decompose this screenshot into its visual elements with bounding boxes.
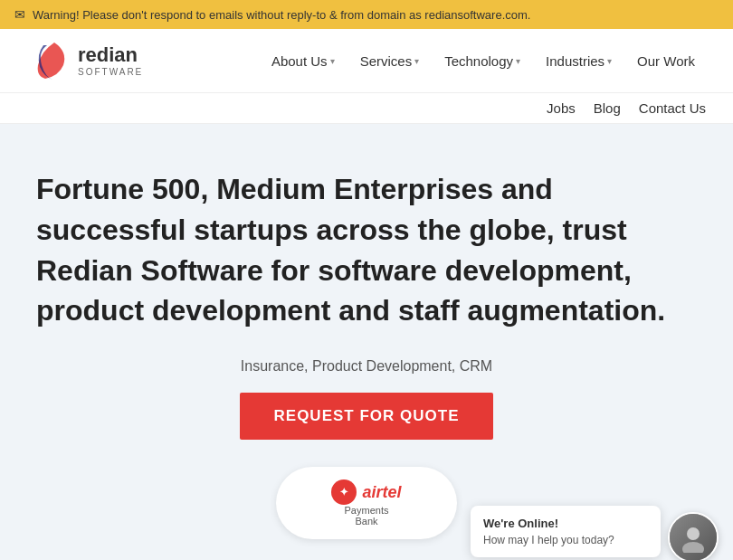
nav-services-label: Services <box>360 53 413 69</box>
chat-widget[interactable]: We're Online! How may I help you today? <box>471 506 661 557</box>
nav-services[interactable]: Services ▾ <box>349 46 431 76</box>
chevron-down-icon: ▾ <box>607 56 612 66</box>
nav-technology-label: Technology <box>444 53 513 69</box>
main-nav: About Us ▾ Services ▾ Technology ▾ Indus… <box>261 46 706 76</box>
svg-point-0 <box>687 527 700 540</box>
nav-about-us[interactable]: About Us ▾ <box>261 46 346 76</box>
nav-about-us-label: About Us <box>271 53 328 69</box>
chevron-down-icon: ▾ <box>414 56 419 66</box>
nav-our-work-label: Our Work <box>637 53 695 69</box>
nav-our-work[interactable]: Our Work <box>626 46 706 76</box>
nav-contact-us[interactable]: Contact Us <box>639 100 706 116</box>
client-card-airtel: ✦ airtel PaymentsBank <box>276 467 457 539</box>
chevron-down-icon: ▾ <box>516 56 520 66</box>
chat-online-status: We're Online! <box>483 517 648 530</box>
hero-heading: Fortune 500, Medium Enterprises and succ… <box>36 169 670 331</box>
envelope-icon: ✉ <box>14 7 25 22</box>
logo-text: redian SOFTWARE <box>78 44 143 76</box>
chevron-down-icon: ▾ <box>330 56 335 66</box>
request-for-quote-button[interactable]: REQUEST FOR QUOTE <box>240 393 493 440</box>
warning-bar: ✉ Warning! Please don't respond to email… <box>0 0 733 29</box>
logo[interactable]: redian SOFTWARE <box>27 38 143 83</box>
chat-message: How may I help you today? <box>483 534 648 546</box>
hero-subtext: Insurance, Product Development, CRM <box>36 358 697 375</box>
airtel-name: airtel <box>362 483 401 502</box>
hero-section: Fortune 500, Medium Enterprises and succ… <box>0 124 733 560</box>
chat-avatar[interactable] <box>668 512 719 560</box>
nav-industries-label: Industries <box>546 53 604 69</box>
airtel-logo: ✦ airtel <box>331 479 401 505</box>
nav-industries[interactable]: Industries ▾ <box>535 46 623 76</box>
airtel-sub: PaymentsBank <box>345 505 389 527</box>
nav-technology[interactable]: Technology ▾ <box>433 46 531 76</box>
svg-point-1 <box>682 542 704 553</box>
secondary-nav: Jobs Blog Contact Us <box>0 93 733 124</box>
warning-text: Warning! Please don't respond to emails … <box>33 8 530 22</box>
avatar-image <box>670 514 717 560</box>
logo-icon <box>27 38 72 83</box>
nav-jobs[interactable]: Jobs <box>547 100 576 116</box>
logo-tagline: SOFTWARE <box>78 67 143 77</box>
header: redian SOFTWARE About Us ▾ Services ▾ Te… <box>0 29 733 93</box>
nav-blog[interactable]: Blog <box>594 100 621 116</box>
airtel-icon: ✦ <box>331 479 357 505</box>
logo-name: redian <box>78 44 143 66</box>
